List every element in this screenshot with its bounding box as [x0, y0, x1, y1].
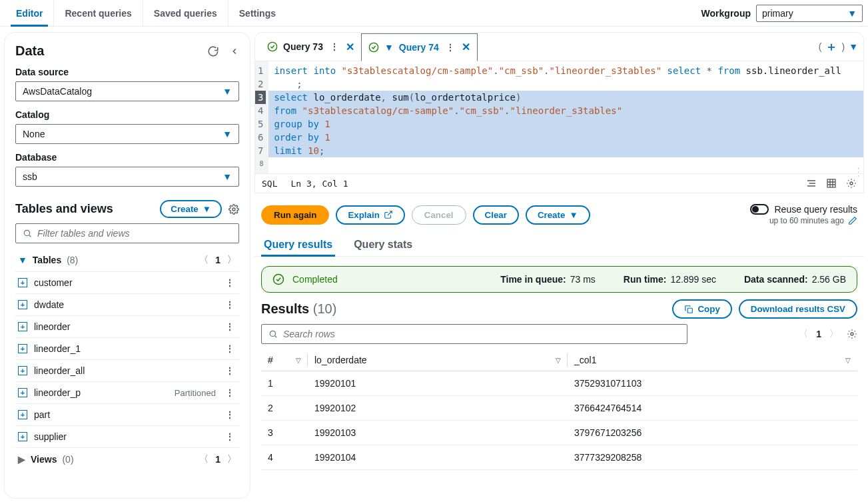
caret-down-icon: ▼: [569, 210, 578, 220]
table-menu-icon[interactable]: ⋮: [222, 431, 236, 442]
table-row[interactable]: +lineorder_all⋮: [15, 360, 239, 382]
table-expand-icon[interactable]: +: [18, 344, 27, 353]
col-col1[interactable]: _col1▽: [568, 349, 857, 371]
table-row[interactable]: +customer⋮: [15, 272, 239, 294]
table-expand-icon[interactable]: +: [18, 278, 27, 287]
clear-button[interactable]: Clear: [473, 205, 519, 225]
tab-query-stats[interactable]: Query stats: [351, 233, 415, 256]
tab-settings[interactable]: Settings: [228, 0, 286, 26]
table-menu-icon[interactable]: ⋮: [222, 321, 236, 332]
table-row[interactable]: +lineorder_pPartitioned⋮: [15, 382, 239, 404]
col-index-label: #: [268, 355, 273, 365]
edit-icon[interactable]: [848, 216, 857, 225]
views-next-icon[interactable]: 〉: [227, 453, 236, 465]
create-button[interactable]: Create ▼: [160, 200, 222, 218]
svg-point-9: [851, 333, 853, 335]
sort-icon[interactable]: ▽: [296, 357, 301, 364]
code-area[interactable]: insert into "s3tablescatalog/cm-sample".…: [268, 61, 863, 173]
col-index[interactable]: #▽: [261, 349, 308, 371]
results-cell: 3797671203256: [568, 421, 857, 445]
catalog-dropdown[interactable]: None ▼: [15, 124, 239, 144]
grid-icon[interactable]: [826, 178, 837, 189]
reuse-toggle[interactable]: [750, 204, 769, 215]
sort-icon[interactable]: ▽: [845, 357, 851, 364]
create-query-button[interactable]: Create ▼: [526, 205, 590, 225]
table-expand-icon[interactable]: +: [18, 388, 27, 397]
tables-prev-icon[interactable]: 〈: [199, 254, 209, 266]
reuse-block: Reuse query results up to 60 minutes ago: [750, 204, 857, 225]
gear-icon[interactable]: [228, 204, 239, 215]
tab-close-icon[interactable]: ✕: [462, 41, 470, 53]
results-table: #▽ lo_orderdate▽ _col1▽ 1199201013752931…: [261, 349, 857, 470]
query-tab-74[interactable]: ▼ Query 74 ⋮ ✕: [361, 33, 478, 61]
results-search-input[interactable]: [283, 329, 680, 339]
copy-button[interactable]: Copy: [672, 299, 731, 319]
new-tab-icon[interactable]: ＋: [825, 39, 837, 55]
format-icon[interactable]: [806, 178, 817, 189]
table-menu-icon[interactable]: ⋮: [222, 409, 236, 420]
tab-recent-queries[interactable]: Recent queries: [54, 0, 143, 26]
table-name: part: [34, 409, 216, 420]
tab-query-results[interactable]: Query results: [261, 233, 335, 256]
caret-down-icon[interactable]: ▼: [384, 42, 394, 53]
tables-tree-header[interactable]: ▼ Tables (8) 〈 1 〉: [15, 249, 239, 272]
table-row[interactable]: +supplier⋮: [15, 426, 239, 448]
table-row[interactable]: +part⋮: [15, 404, 239, 426]
table-row[interactable]: +lineorder_1⋮: [15, 338, 239, 360]
data-panel-title: Data: [15, 43, 44, 59]
table-menu-icon[interactable]: ⋮: [222, 387, 236, 398]
results-row[interactable]: 3199201033797671203256: [261, 421, 857, 445]
paren-close: ): [841, 41, 845, 52]
table-menu-icon[interactable]: ⋮: [222, 277, 236, 288]
table-name: customer: [34, 277, 216, 288]
results-row[interactable]: 4199201043777329208258: [261, 445, 857, 470]
table-row[interactable]: +dwdate⋮: [15, 294, 239, 316]
table-menu-icon[interactable]: ⋮: [222, 299, 236, 310]
table-expand-icon[interactable]: +: [18, 300, 27, 309]
tables-next-icon[interactable]: 〉: [227, 254, 236, 266]
query-tab-73[interactable]: Query 73 ⋮ ✕: [260, 33, 361, 61]
run-again-button[interactable]: Run again: [261, 205, 329, 225]
results-row[interactable]: 2199201023766424764514: [261, 396, 857, 421]
results-next-icon[interactable]: 〉: [829, 328, 839, 340]
runtime-label: Run time:: [624, 274, 667, 285]
top-nav-tabs: Editor Recent queries Saved queries Sett…: [5, 0, 286, 26]
table-expand-icon[interactable]: +: [18, 410, 27, 419]
col-orderdate[interactable]: lo_orderdate▽: [308, 349, 568, 371]
explain-button[interactable]: Explain: [336, 205, 404, 225]
copy-icon: [684, 305, 693, 314]
table-expand-icon[interactable]: +: [18, 366, 27, 375]
download-csv-button[interactable]: Download results CSV: [739, 299, 857, 319]
tabs-overflow-icon[interactable]: ▼: [849, 41, 858, 52]
views-prev-icon[interactable]: 〈: [199, 453, 209, 465]
status-banner: Completed Time in queue:73 ms Run time:1…: [261, 266, 857, 293]
filter-input-wrapper[interactable]: [15, 223, 239, 243]
tab-menu-icon[interactable]: ⋮: [328, 41, 340, 52]
table-expand-icon[interactable]: +: [18, 432, 27, 441]
collapse-panel-icon[interactable]: [230, 47, 239, 56]
table-menu-icon[interactable]: ⋮: [222, 343, 236, 354]
gear-icon[interactable]: [847, 329, 857, 339]
workgroup-dropdown[interactable]: primary ▼: [756, 5, 863, 22]
database-dropdown[interactable]: ssb ▼: [15, 167, 239, 187]
sql-editor[interactable]: 1 2 3 4 5 6 7 8 insert into "s3tablescat…: [254, 61, 864, 193]
views-tree-header[interactable]: ▶ Views (0) 〈 1 〉: [15, 448, 239, 471]
tab-saved-queries[interactable]: Saved queries: [143, 0, 228, 26]
data-source-dropdown[interactable]: AwsDataCatalog ▼: [15, 81, 239, 101]
tab-menu-icon[interactable]: ⋮: [444, 42, 456, 53]
filter-input[interactable]: [37, 228, 232, 239]
gear-icon[interactable]: [846, 178, 857, 189]
results-prev-icon[interactable]: 〈: [799, 328, 808, 340]
table-menu-icon[interactable]: ⋮: [222, 365, 236, 376]
query-tabs-row: Query 73 ⋮ ✕ ▼ Query 74 ⋮ ✕ ( ＋ ) ▼: [254, 32, 864, 61]
refresh-icon[interactable]: [207, 45, 219, 57]
top-nav: Editor Recent queries Saved queries Sett…: [0, 0, 868, 27]
tab-close-icon[interactable]: ✕: [346, 41, 354, 53]
table-expand-icon[interactable]: +: [18, 322, 27, 331]
tables-views-title: Tables and views: [15, 202, 113, 216]
table-row[interactable]: +lineorder⋮: [15, 316, 239, 338]
results-row[interactable]: 1199201013752931071103: [261, 371, 857, 396]
tab-editor[interactable]: Editor: [5, 0, 54, 26]
sort-icon[interactable]: ▽: [556, 357, 561, 364]
results-search-wrapper[interactable]: [261, 324, 687, 344]
